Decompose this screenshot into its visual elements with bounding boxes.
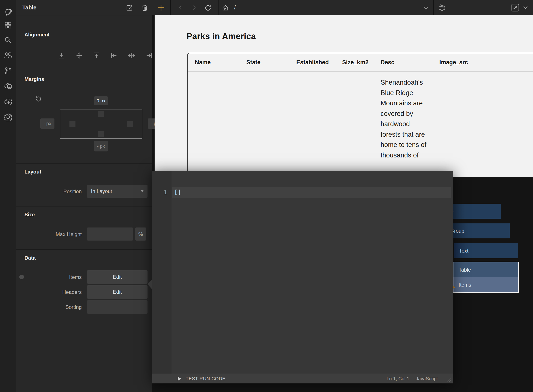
app-logo-icon[interactable]: [4, 8, 12, 16]
cloud-functions-icon[interactable]: [4, 98, 12, 106]
chevron-down-icon: [140, 189, 144, 193]
page-path: /: [234, 4, 236, 11]
align-right-icon[interactable]: [146, 52, 153, 59]
code-line[interactable]: []: [172, 187, 451, 198]
preview-chevron-down-icon[interactable]: [523, 6, 528, 10]
sorting-label: Sorting: [16, 304, 82, 310]
margins-box: [60, 109, 142, 139]
popover-tail: [148, 279, 152, 289]
component-title: Table: [22, 4, 36, 11]
editor-gutter: [152, 171, 171, 374]
align-bottom-icon[interactable]: [58, 52, 65, 59]
column-header: Size_km2: [342, 53, 369, 71]
margin-right-handle: [127, 121, 133, 127]
tree-node-text[interactable]: Text: [454, 243, 518, 258]
settings-gear-icon[interactable]: [4, 113, 12, 121]
table-row-desc-cell: Shenandoah's Blue Ridge Mountains are co…: [381, 77, 427, 160]
divider: [16, 249, 152, 250]
activity-bar: [0, 0, 17, 392]
divider: [170, 0, 171, 15]
app-canvas: Parks in America Name State Established …: [155, 15, 533, 177]
refresh-icon[interactable]: [204, 4, 212, 11]
debug-bug-icon[interactable]: [438, 3, 446, 12]
divider: [16, 206, 152, 206]
divider: [433, 0, 434, 15]
margins-heading: Margins: [24, 76, 44, 82]
margin-top-handle: [98, 111, 104, 117]
app-root: Table Alignment: [0, 0, 533, 392]
top-toolbar: /: [152, 0, 533, 15]
users-icon[interactable]: [4, 51, 12, 59]
position-label: Position: [16, 188, 82, 195]
search-icon[interactable]: [4, 36, 12, 44]
align-top-icon[interactable]: [93, 52, 100, 59]
align-horizontal-center-icon[interactable]: [128, 52, 135, 59]
tree-node-group[interactable]: Group: [445, 224, 510, 238]
position-value: In Layout: [91, 188, 112, 194]
data-sources-icon[interactable]: [4, 82, 12, 90]
margin-top-input[interactable]: 0 px: [94, 96, 108, 105]
margin-bottom-input[interactable]: - px: [94, 141, 108, 151]
pages-chevron-down-icon[interactable]: [423, 6, 429, 10]
column-header: Established: [296, 53, 329, 71]
max-height-input[interactable]: [87, 228, 133, 241]
add-button[interactable]: [157, 4, 164, 11]
divider: [16, 15, 152, 15]
delete-component-icon[interactable]: [142, 4, 148, 11]
max-height-label: Max Height: [16, 231, 82, 237]
language-label[interactable]: JavaScript: [416, 376, 438, 382]
column-header: Desc: [381, 53, 395, 71]
fullscreen-icon[interactable]: [511, 3, 519, 12]
layout-heading: Layout: [24, 169, 41, 175]
line-number: 1: [152, 187, 167, 198]
page-title: Parks in America: [186, 32, 256, 41]
rename-component-icon[interactable]: [126, 4, 133, 11]
tree-node-table[interactable]: Table: [453, 262, 518, 277]
margin-bottom-handle: [98, 131, 104, 137]
dashboard-icon[interactable]: [4, 21, 12, 29]
margin-left-input[interactable]: - px: [40, 118, 54, 129]
editor-status-bar: TEST RUN CODE Ln 1, Col 1 JavaScript: [152, 373, 453, 383]
test-run-label: TEST RUN CODE: [186, 376, 226, 382]
max-height-unit[interactable]: %: [135, 228, 146, 241]
tree-node-items[interactable]: Items: [453, 277, 518, 292]
column-header: State: [246, 53, 261, 71]
play-icon: [177, 376, 181, 381]
divider: [219, 0, 219, 15]
tree-node-label: Text: [459, 248, 468, 254]
divider: [188, 71, 533, 72]
headers-label: Headers: [16, 289, 82, 295]
resize-grip-icon[interactable]: [447, 378, 451, 382]
align-vertical-center-icon[interactable]: [76, 52, 83, 59]
divider: [16, 163, 152, 164]
align-left-icon[interactable]: [110, 52, 118, 59]
cursor-position: Ln 1, Col 1: [386, 376, 409, 382]
tree-node-table-selected: Table Items: [453, 262, 519, 293]
alignment-heading: Alignment: [24, 32, 50, 38]
margin-left-handle: [69, 121, 76, 127]
test-run-button[interactable]: TEST RUN CODE: [177, 376, 226, 382]
nav-back-icon[interactable]: [178, 5, 183, 10]
code-editor-popover: 1 [] TEST RUN CODE Ln 1, Col 1 JavaScrip…: [152, 171, 453, 383]
nav-forward-icon[interactable]: [192, 5, 197, 10]
git-branch-icon[interactable]: [4, 67, 12, 75]
items-label: Items: [16, 274, 82, 280]
sorting-input[interactable]: [87, 300, 148, 314]
items-edit-button[interactable]: Edit: [87, 270, 148, 284]
reset-margins-icon[interactable]: [35, 95, 42, 102]
tree-node-label: Items: [459, 282, 471, 288]
home-icon[interactable]: [222, 5, 228, 11]
column-header: Image_src: [439, 53, 468, 71]
editor-status: Ln 1, Col 1 JavaScript: [386, 374, 438, 384]
data-heading: Data: [24, 255, 36, 261]
tree-node-label: Table: [459, 267, 471, 273]
size-heading: Size: [24, 212, 35, 218]
position-select[interactable]: In Layout: [87, 185, 148, 198]
column-header: Name: [195, 53, 211, 71]
headers-edit-button[interactable]: Edit: [87, 285, 148, 299]
inspector-panel: Table Alignment: [16, 0, 152, 392]
parks-table: Name State Established Size_km2 Desc Ima…: [187, 53, 533, 177]
